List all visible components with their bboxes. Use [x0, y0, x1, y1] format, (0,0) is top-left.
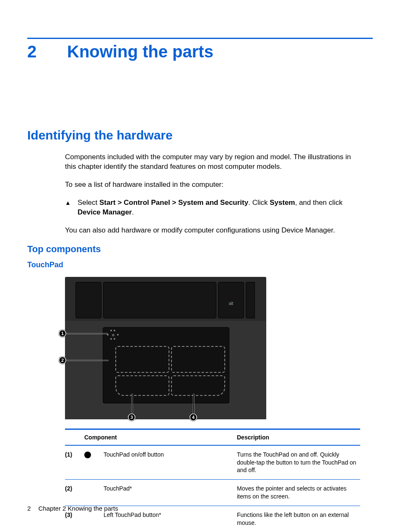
callout-2: 2 [59, 356, 66, 364]
row-number: (3) [65, 511, 84, 519]
chapter-top-rule [27, 38, 373, 39]
diagram-key [75, 282, 101, 318]
row-component: Left TouchPad button* [104, 511, 237, 519]
callout-leader [66, 360, 108, 361]
after-step-paragraph: You can also add hardware or modify comp… [65, 226, 360, 235]
diagram-touchpad-toggle [107, 330, 119, 340]
diagram-touchpad-zone [171, 346, 225, 373]
step-text-mid1: . Click [248, 199, 270, 207]
diagram-spacebar [103, 282, 216, 318]
touchpad-diagram: alt 1 2 3 4 [65, 277, 266, 419]
intro-paragraph: Components included with the computer ma… [65, 152, 360, 172]
diagram-key [246, 282, 255, 318]
step-text-path: Start > Control Panel > System and Secur… [99, 199, 248, 207]
row-description: Turns the TouchPad on and off. Quickly d… [237, 451, 360, 475]
row-description: Functions like the left button on an ext… [237, 511, 360, 527]
step-text-devmgr: Device Manager [78, 208, 132, 216]
touchpad-toggle-icon [84, 452, 91, 458]
top-components-heading: Top components [27, 244, 373, 255]
row-component: TouchPad* [104, 485, 237, 493]
diagram-right-button-zone [171, 375, 225, 396]
callout-3: 3 [128, 413, 135, 421]
list-intro: To see a list of hardware installed in t… [65, 180, 360, 190]
diagram-left-button-zone [115, 375, 169, 396]
page-number: 2 [27, 505, 31, 512]
callout-leader [193, 394, 194, 413]
procedure-step: ▲ Select Start > Control Panel > System … [65, 198, 360, 217]
section-title: Identifying the hardware [27, 128, 373, 142]
step-text-mid2: , and then click [295, 199, 343, 207]
page-footer: 2 Chapter 2 Knowing the parts [27, 505, 118, 512]
row-description: Moves the pointer and selects or activat… [237, 485, 360, 501]
step-marker-icon: ▲ [65, 198, 78, 207]
diagram-keyboard-row: alt [75, 282, 266, 318]
components-table: Component Description (1) TouchPad on/of… [65, 429, 360, 532]
diagram-touchpad-zone [115, 346, 169, 373]
table-row: (1) TouchPad on/off button Turns the Tou… [65, 446, 360, 480]
step-text: Select Start > Control Panel > System an… [78, 198, 360, 217]
chapter-number: 2 [27, 42, 67, 61]
table-header-row: Component Description [65, 430, 360, 446]
callout-1: 1 [59, 330, 66, 337]
table-row: (2) TouchPad* Moves the pointer and sele… [65, 480, 360, 506]
row-number: (1) [65, 451, 84, 459]
footer-label: Chapter 2 Knowing the parts [39, 505, 118, 512]
table-header-description: Description [237, 434, 360, 441]
chapter-title-text: Knowing the parts [67, 42, 213, 61]
callout-leader [132, 394, 132, 413]
callout-leader [66, 333, 107, 334]
callout-4: 4 [190, 413, 197, 421]
step-text-prefix: Select [78, 199, 99, 207]
chapter-title: 2Knowing the parts [27, 42, 373, 61]
step-text-system: System [270, 199, 295, 207]
step-text-suffix: . [132, 208, 134, 216]
touchpad-heading: TouchPad [27, 261, 373, 269]
row-component: TouchPad on/off button [104, 451, 237, 459]
row-number: (2) [65, 485, 84, 493]
diagram-key-label: alt [218, 301, 244, 306]
table-header-component: Component [84, 434, 237, 441]
diagram-alt-key: alt [218, 282, 244, 318]
